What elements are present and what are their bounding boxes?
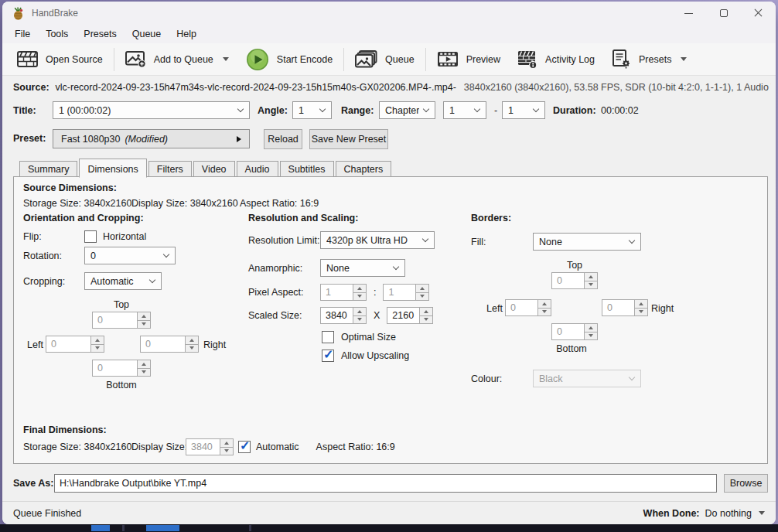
spin-down-button[interactable]	[420, 315, 432, 324]
anamorphic-select[interactable]: None	[320, 259, 405, 277]
spinner-value[interactable]: 3840	[186, 439, 220, 455]
range-end-select[interactable]: 1	[502, 101, 545, 119]
spinner-value[interactable]: 0	[506, 300, 537, 315]
border-right-spinner[interactable]: 0	[602, 299, 648, 316]
border-bottom-spinner[interactable]: 0	[551, 323, 598, 340]
spin-down-button[interactable]	[138, 368, 150, 377]
spin-down-button[interactable]	[585, 332, 597, 340]
preview-button[interactable]: Preview	[428, 46, 509, 73]
border-left-spinner[interactable]: 0	[505, 299, 551, 316]
spin-down-button[interactable]	[635, 308, 647, 316]
taskbar-app-segment[interactable]	[146, 525, 179, 531]
activity-log-button[interactable]: Activity Log	[509, 46, 603, 73]
resolution-limit-select[interactable]: 4320p 8K Ultra HD	[320, 231, 435, 249]
close-button[interactable]	[741, 2, 776, 25]
spin-up-button[interactable]	[416, 285, 428, 292]
spin-up-button[interactable]	[186, 336, 198, 344]
spin-down-button[interactable]	[353, 292, 366, 301]
spinner-value[interactable]: 1	[321, 285, 353, 300]
spinner-value[interactable]: 0	[93, 360, 137, 376]
maximize-button[interactable]	[706, 2, 741, 25]
crop-left-spinner[interactable]: 0	[46, 336, 104, 353]
presets-button[interactable]: Presets	[603, 46, 695, 73]
spin-up-button[interactable]	[420, 308, 432, 315]
spin-up-button[interactable]	[635, 300, 647, 308]
save-new-preset-button[interactable]: Save New Preset	[309, 129, 388, 149]
tab-summary[interactable]: Summary	[19, 161, 77, 177]
spin-down-button[interactable]	[91, 344, 104, 353]
windows-taskbar[interactable]	[0, 524, 778, 532]
crop-right-spinner[interactable]: 0	[140, 336, 199, 353]
spin-up-button[interactable]	[585, 273, 597, 281]
rotation-select[interactable]: 0	[84, 247, 176, 264]
open-source-button[interactable]: Open Source	[9, 46, 111, 73]
automatic-checkbox[interactable]	[238, 441, 251, 453]
range-type-select[interactable]: Chapters	[379, 101, 435, 119]
preset-select[interactable]: Fast 1080p30 (Modified)	[53, 129, 250, 148]
pixel-aspect-x-spinner[interactable]: 1	[320, 284, 367, 301]
colour-select[interactable]: Black	[533, 370, 641, 387]
spin-down-button[interactable]	[416, 292, 428, 301]
spin-up-button[interactable]	[91, 336, 104, 344]
spinner-value[interactable]: 0	[46, 336, 90, 352]
spin-up-button[interactable]	[138, 360, 150, 368]
tab-filters[interactable]: Filters	[148, 161, 192, 177]
cropping-mode-select[interactable]: Automatic	[84, 272, 162, 290]
tab-dimensions[interactable]: Dimensions	[79, 159, 146, 178]
menu-tools[interactable]: Tools	[38, 26, 76, 42]
border-top-spinner[interactable]: 0	[551, 272, 598, 289]
crop-bottom-spinner[interactable]: 0	[92, 360, 151, 377]
spinner-value[interactable]: 2160	[387, 308, 419, 323]
taskbar-app-segment[interactable]	[91, 525, 110, 531]
tab-subtitles[interactable]: Subtitles	[280, 161, 334, 177]
spin-down-button[interactable]	[220, 447, 233, 455]
scaled-height-spinner[interactable]: 2160	[387, 307, 433, 324]
reload-button[interactable]: Reload	[264, 129, 302, 149]
spin-down-button[interactable]	[538, 308, 551, 316]
spin-up-button[interactable]	[353, 308, 366, 315]
tab-audio[interactable]: Audio	[237, 161, 278, 177]
spinner-value[interactable]: 0	[602, 300, 634, 315]
spinner-value[interactable]: 0	[552, 324, 584, 339]
spinner-value[interactable]: 3840	[321, 308, 353, 323]
minimize-button[interactable]	[671, 2, 706, 25]
range-start-select[interactable]: 1	[443, 101, 486, 119]
title-select[interactable]: 1 (00:00:02)	[53, 101, 250, 119]
spin-up-button[interactable]	[138, 312, 150, 320]
tab-video[interactable]: Video	[193, 161, 235, 177]
spin-up-button[interactable]	[538, 300, 551, 308]
titlebar[interactable]: HandBrake	[2, 2, 776, 25]
queue-button[interactable]: Queue	[346, 46, 423, 73]
fill-select[interactable]: None	[533, 233, 641, 251]
spinner-value[interactable]: 0	[93, 312, 137, 328]
menu-queue[interactable]: Queue	[125, 26, 169, 42]
menu-file[interactable]: File	[7, 26, 38, 42]
scaled-width-spinner[interactable]: 3840	[320, 307, 367, 324]
start-encode-button[interactable]: Start Encode	[237, 46, 341, 73]
final-display-size-spinner[interactable]: 3840	[186, 438, 234, 455]
when-done-control[interactable]: When Done: Do nothing	[643, 508, 765, 519]
angle-select[interactable]: 1	[292, 101, 332, 119]
spin-up-button[interactable]	[220, 439, 233, 447]
spin-down-button[interactable]	[138, 320, 150, 329]
allow-upscaling-checkbox[interactable]	[322, 350, 334, 362]
crop-top-spinner[interactable]: 0	[92, 312, 151, 329]
menu-presets[interactable]: Presets	[76, 26, 124, 42]
tab-chapters[interactable]: Chapters	[336, 161, 392, 177]
save-as-input[interactable]	[54, 474, 717, 493]
spinner-value[interactable]: 0	[141, 336, 185, 352]
spin-up-button[interactable]	[353, 285, 366, 292]
spinner-value[interactable]: 1	[384, 285, 415, 300]
spin-down-button[interactable]	[353, 315, 366, 324]
flip-horizontal-checkbox[interactable]	[84, 230, 97, 243]
add-to-queue-button[interactable]: Add to Queue	[117, 46, 237, 73]
spinner-value[interactable]: 0	[552, 273, 584, 288]
spin-down-button[interactable]	[186, 344, 198, 353]
browse-button[interactable]: Browse	[724, 474, 768, 493]
toolbar-separator	[343, 48, 344, 71]
spin-down-button[interactable]	[585, 281, 597, 289]
spin-up-button[interactable]	[585, 324, 597, 332]
optimal-size-checkbox[interactable]	[322, 331, 334, 343]
menu-help[interactable]: Help	[169, 26, 204, 42]
pixel-aspect-y-spinner[interactable]: 1	[383, 284, 429, 301]
